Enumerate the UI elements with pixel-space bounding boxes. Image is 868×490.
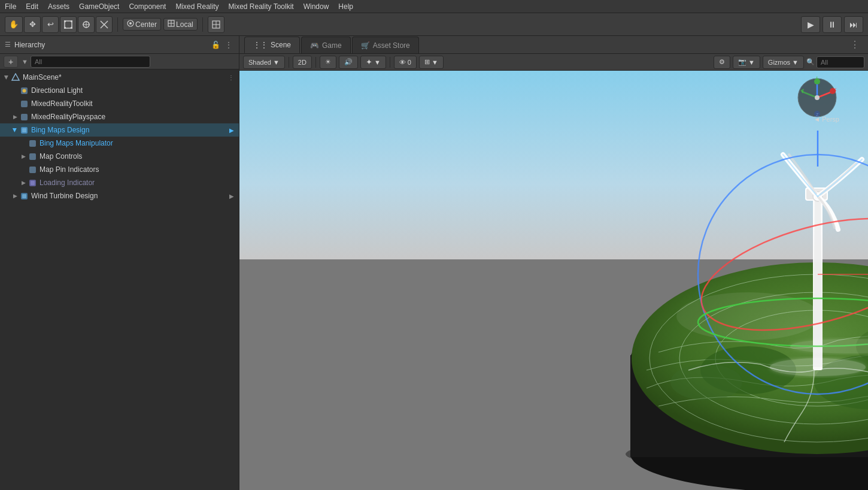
svg-point-44 (670, 364, 742, 400)
main-layout: ☰ Hierarchy 🔓 ⋮ + ▼ ▶ MainScene* ⋮ (0, 36, 868, 490)
hidden-layer-btn[interactable]: 👁 0 (394, 56, 417, 69)
label-mainscene: MainScene* (23, 73, 62, 81)
toolbar-sep-5 (390, 57, 390, 68)
icon-bing-maps-manip (28, 138, 37, 148)
label-directional-light: Directional Light (31, 86, 83, 95)
label-wind-turbine: Wind Turbine Design (31, 192, 98, 200)
hierarchy-add-btn[interactable]: + (4, 56, 18, 68)
tree-item-map-pin[interactable]: ▶ Map Pin Indicators (0, 163, 239, 176)
tree-item-loading-indicator[interactable]: ▶ Loading Indicator (0, 176, 239, 189)
gizmo-axes[interactable]: Y X Z (796, 77, 838, 119)
tab-asset-store[interactable]: 🛒 Asset Store (352, 37, 419, 53)
scene-settings-btn[interactable]: ⚙ (714, 56, 730, 69)
arrow-bing-maps: ▶ (12, 126, 18, 134)
tree-item-wind-turbine[interactable]: ▶ Wind Turbine Design ▶ (0, 189, 239, 202)
hand-tool-btn[interactable]: ✋ (5, 16, 23, 33)
tree-item-bing-maps-manip[interactable]: ▶ Bing Maps Manipulator (0, 137, 239, 150)
2d-btn[interactable]: 2D (293, 56, 312, 69)
tree-item-map-controls[interactable]: ▶ Map Controls (0, 150, 239, 163)
lighting-btn[interactable]: ☀ (320, 56, 336, 69)
hierarchy-lock-btn[interactable]: 🔓 (210, 40, 221, 50)
shaded-label: Shaded (248, 59, 271, 66)
menu-file[interactable]: File (0, 1, 21, 12)
pivot-tool-btn[interactable] (208, 16, 224, 33)
scene-canvas[interactable]: Y X Z ◄ Persp (239, 71, 868, 490)
tree-item-mrtk[interactable]: ▶ MixedRealityToolkit (0, 97, 239, 110)
fx-icon: ✦ (366, 58, 372, 66)
hierarchy-header: ☰ Hierarchy 🔓 ⋮ (0, 36, 239, 54)
svg-rect-31 (22, 194, 26, 198)
arrow-loading[interactable]: ▶ (19, 180, 28, 186)
hierarchy-header-buttons: 🔓 ⋮ (210, 40, 234, 50)
menu-component[interactable]: Component (124, 1, 171, 12)
label-bing-maps-manip: Bing Maps Manipulator (40, 139, 113, 147)
arrow-mainscene: ▶ (4, 73, 10, 81)
shaded-dropdown-btn[interactable]: Shaded ▼ (243, 56, 285, 69)
local-label: Local (176, 20, 193, 29)
camera-icon: 📷 (738, 58, 746, 66)
menu-window[interactable]: Window (299, 1, 334, 12)
icon-loading-indicator (28, 178, 37, 187)
hierarchy-menu-icon: ☰ (5, 41, 11, 49)
tab-game[interactable]: 🎮 Game (301, 37, 351, 53)
svg-rect-22 (21, 114, 28, 120)
hierarchy-search-input[interactable] (31, 56, 150, 68)
tree-item-mainscene[interactable]: ▶ MainScene* ⋮ (0, 71, 239, 84)
audio-btn[interactable]: 🔊 (339, 56, 358, 69)
arrow-wind-turbine[interactable]: ▶ (11, 193, 19, 199)
toolbar-sep-4 (315, 57, 316, 68)
options-wind-turbine[interactable]: ▶ (229, 193, 234, 199)
center-label: Center (135, 20, 157, 29)
scene-tab-label: Scene (271, 41, 291, 49)
toolbar-sep-2 (202, 17, 203, 32)
hierarchy-options-btn[interactable]: ⋮ (223, 40, 234, 50)
rect-tool-btn[interactable] (60, 16, 77, 33)
hierarchy-tree: ▶ MainScene* ⋮ ▶ Directional Light (0, 69, 239, 490)
menu-mixed-reality-toolkit[interactable]: Mixed Reality Toolkit (223, 1, 298, 12)
fx-btn[interactable]: ✦ ▼ (360, 56, 386, 69)
tree-item-mrplayspace[interactable]: ▶ MixedRealityPlayspace (0, 110, 239, 123)
move-tool-btn[interactable]: ✥ (24, 16, 41, 33)
local-group[interactable]: Local (163, 18, 198, 31)
label-bing-maps-design: Bing Maps Design (31, 126, 89, 134)
tree-item-bing-maps-design[interactable]: ▶ Bing Maps Design ▶ (0, 123, 239, 137)
options-mainscene[interactable]: ⋮ (228, 74, 234, 81)
icon-map-pin (28, 165, 37, 174)
label-mrplayspace: MixedRealityPlayspace (31, 113, 105, 121)
svg-point-20 (22, 89, 26, 92)
arrow-mrplayspace[interactable]: ▶ (11, 114, 19, 120)
tree-item-directional-light[interactable]: ▶ Directional Light (0, 84, 239, 97)
hierarchy-panel: ☰ Hierarchy 🔓 ⋮ + ▼ ▶ MainScene* ⋮ (0, 36, 239, 490)
menu-gameobject[interactable]: GameObject (74, 1, 124, 12)
grid-btn[interactable]: ⊞ ▼ (419, 56, 444, 69)
menu-help[interactable]: Help (333, 1, 358, 12)
svg-rect-2 (71, 20, 72, 22)
search-icon-scene: 🔍 (806, 58, 815, 66)
svg-point-11 (129, 22, 132, 25)
gizmos-label: Gizmos (768, 59, 790, 66)
options-bing-maps[interactable]: ▶ (229, 127, 234, 134)
eye-icon: 👁 (399, 59, 406, 66)
transform-tool-btn[interactable] (78, 16, 95, 33)
arrow-map-controls[interactable]: ▶ (19, 153, 28, 159)
svg-rect-1 (64, 20, 66, 22)
tabs-more-btn[interactable]: ⋮ (846, 39, 863, 50)
icon-bing-maps-design (19, 125, 29, 135)
scene-search-input[interactable] (817, 56, 864, 68)
center-local-group[interactable]: Center (123, 18, 161, 31)
tab-scene[interactable]: ⋮⋮ Scene (244, 37, 300, 53)
scene-tab-icon: ⋮⋮ (253, 41, 268, 49)
menu-assets[interactable]: Assets (43, 1, 74, 12)
pause-btn[interactable]: ⏸ (823, 16, 842, 33)
menu-mixed-reality[interactable]: Mixed Reality (171, 1, 223, 12)
label-mrtk: MixedRealityToolkit (31, 99, 93, 108)
custom-tool-btn[interactable] (96, 16, 113, 33)
camera-dropdown-btn[interactable]: 📷 ▼ (733, 56, 760, 69)
icon-map-controls (28, 152, 37, 161)
play-btn[interactable]: ▶ (801, 16, 820, 33)
menu-edit[interactable]: Edit (21, 1, 43, 12)
gizmos-chevron: ▼ (792, 59, 799, 66)
undo-btn[interactable]: ↩ (42, 16, 59, 33)
step-btn[interactable]: ⏭ (844, 16, 863, 33)
gizmos-btn[interactable]: Gizmos ▼ (763, 56, 804, 69)
